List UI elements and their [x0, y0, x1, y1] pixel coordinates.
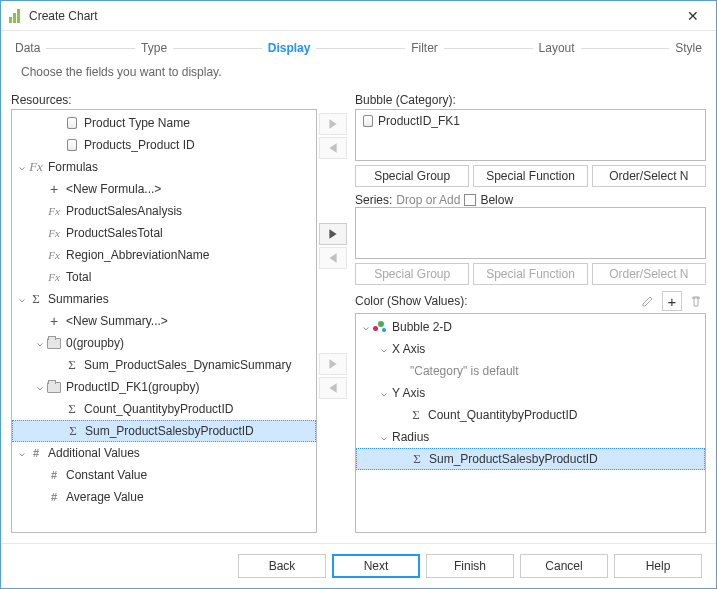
special-group-button: Special Group — [355, 263, 469, 285]
special-function-button: Special Function — [473, 263, 587, 285]
resources-tree[interactable]: Product Type NameProducts_Product ID⌵FxF… — [11, 109, 317, 533]
step-separator — [581, 48, 670, 49]
folder-icon — [46, 336, 62, 350]
resource-row[interactable]: ΣSum_ProductSales_DynamicSummary — [12, 354, 316, 376]
close-button[interactable]: ✕ — [678, 8, 708, 24]
resource-label: Total — [64, 270, 91, 284]
twisty-icon[interactable]: ⌵ — [34, 381, 46, 392]
step-layout[interactable]: Layout — [539, 41, 575, 55]
special-group-button[interactable]: Special Group — [355, 165, 469, 187]
edit-button[interactable] — [638, 291, 658, 311]
twisty-icon[interactable]: ⌵ — [16, 161, 28, 172]
resource-row[interactable]: FxProductSalesTotal — [12, 222, 316, 244]
add-button[interactable]: + — [662, 291, 682, 311]
twisty-icon[interactable]: ⌵ — [16, 293, 28, 304]
titlebar: Create Chart ✕ — [1, 1, 716, 31]
resource-label: 0(groupby) — [64, 336, 124, 350]
sigma-icon: Σ — [408, 408, 424, 422]
add-to-bubble-button[interactable] — [319, 113, 347, 135]
special-function-button[interactable]: Special Function — [473, 165, 587, 187]
resource-row[interactable]: ⌵0(groupby) — [12, 332, 316, 354]
resource-row[interactable]: ⌵FxFormulas — [12, 156, 316, 178]
bubble-item-label: ProductID_FK1 — [378, 114, 460, 128]
folder-icon — [46, 380, 62, 394]
twisty-icon[interactable]: ⌵ — [378, 387, 390, 398]
resource-row[interactable]: Product Type Name — [12, 112, 316, 134]
color-value-label: Count_QuantitybyProductID — [426, 408, 577, 422]
color-value-row[interactable]: ΣCount_QuantitybyProductID — [356, 404, 705, 426]
remove-from-series-button[interactable] — [319, 247, 347, 269]
resource-row[interactable]: Products_Product ID — [12, 134, 316, 156]
window-title: Create Chart — [29, 9, 98, 23]
db-icon — [64, 116, 80, 130]
step-subtitle: Choose the fields you want to display. — [1, 61, 716, 93]
twisty-icon[interactable]: ⌵ — [360, 321, 372, 332]
twisty-icon[interactable]: ⌵ — [378, 343, 390, 354]
step-display[interactable]: Display — [268, 41, 311, 55]
color-value-row[interactable]: ⌵Y Axis — [356, 382, 705, 404]
bubble-item[interactable]: ProductID_FK1 — [356, 110, 705, 132]
delete-button[interactable] — [686, 291, 706, 311]
db-icon — [64, 138, 80, 152]
fx-icon: Fx — [46, 204, 62, 218]
cancel-button[interactable]: Cancel — [520, 554, 608, 578]
color-value-row[interactable]: ΣSum_ProductSalesbyProductID — [356, 448, 705, 470]
twisty-icon[interactable]: ⌵ — [16, 447, 28, 458]
twisty-icon[interactable]: ⌵ — [34, 337, 46, 348]
resource-row[interactable]: ⌵#Additional Values — [12, 442, 316, 464]
resource-row[interactable]: FxRegion_AbbreviationName — [12, 244, 316, 266]
resource-label: <New Formula...> — [64, 182, 161, 196]
color-value-label: Y Axis — [390, 386, 425, 400]
remove-from-bubble-button[interactable] — [319, 137, 347, 159]
step-data[interactable]: Data — [15, 41, 40, 55]
resource-row[interactable]: +<New Summary...> — [12, 310, 316, 332]
add-to-series-button[interactable] — [319, 223, 347, 245]
resource-row[interactable]: #Constant Value — [12, 464, 316, 486]
remove-from-color-button[interactable] — [319, 377, 347, 399]
resource-row[interactable]: ⌵ProductID_FK1(groupby) — [12, 376, 316, 398]
resource-label: ProductSalesAnalysis — [64, 204, 182, 218]
resource-label: Summaries — [46, 292, 109, 306]
color-values-tree[interactable]: ⌵Bubble 2-D⌵X Axis"Category" is default⌵… — [355, 313, 706, 533]
step-style[interactable]: Style — [675, 41, 702, 55]
color-value-row[interactable]: "Category" is default — [356, 360, 705, 382]
hash-icon: # — [46, 468, 62, 482]
next-button[interactable]: Next — [332, 554, 420, 578]
resource-row[interactable]: #Average Value — [12, 486, 316, 508]
series-below-checkbox[interactable] — [464, 194, 476, 206]
db-icon — [360, 114, 376, 128]
color-value-row[interactable]: ⌵X Axis — [356, 338, 705, 360]
order-select-n-button[interactable]: Order/Select N — [592, 165, 706, 187]
add-to-color-button[interactable] — [319, 353, 347, 375]
resource-label: Formulas — [46, 160, 98, 174]
step-separator — [444, 48, 533, 49]
help-button[interactable]: Help — [614, 554, 702, 578]
series-label: Series: — [355, 193, 392, 207]
step-separator — [46, 48, 135, 49]
resource-row[interactable]: ΣSum_ProductSalesbyProductID — [12, 420, 316, 442]
color-value-row[interactable]: ⌵Radius — [356, 426, 705, 448]
resource-row[interactable]: FxTotal — [12, 266, 316, 288]
color-value-label: X Axis — [390, 342, 425, 356]
color-value-row[interactable]: ⌵Bubble 2-D — [356, 316, 705, 338]
resource-row[interactable]: ΣCount_QuantitybyProductID — [12, 398, 316, 420]
fx-icon: Fx — [46, 248, 62, 262]
hash-icon: # — [28, 446, 44, 460]
resource-row[interactable]: +<New Formula...> — [12, 178, 316, 200]
step-type[interactable]: Type — [141, 41, 167, 55]
series-dropzone[interactable] — [355, 207, 706, 259]
step-filter[interactable]: Filter — [411, 41, 438, 55]
resource-label: Count_QuantitybyProductID — [82, 402, 233, 416]
bubble-category-dropzone[interactable]: ProductID_FK1 — [355, 109, 706, 161]
twisty-icon[interactable]: ⌵ — [378, 431, 390, 442]
resource-row[interactable]: FxProductSalesAnalysis — [12, 200, 316, 222]
resource-row[interactable]: ⌵ΣSummaries — [12, 288, 316, 310]
resource-label: <New Summary...> — [64, 314, 168, 328]
series-hint: Drop or Add — [396, 193, 460, 207]
wizard-footer: BackNextFinishCancelHelp — [1, 543, 716, 588]
back-button[interactable]: Back — [238, 554, 326, 578]
resource-label: Constant Value — [64, 468, 147, 482]
finish-button[interactable]: Finish — [426, 554, 514, 578]
resource-label: Region_AbbreviationName — [64, 248, 209, 262]
step-separator — [316, 48, 405, 49]
